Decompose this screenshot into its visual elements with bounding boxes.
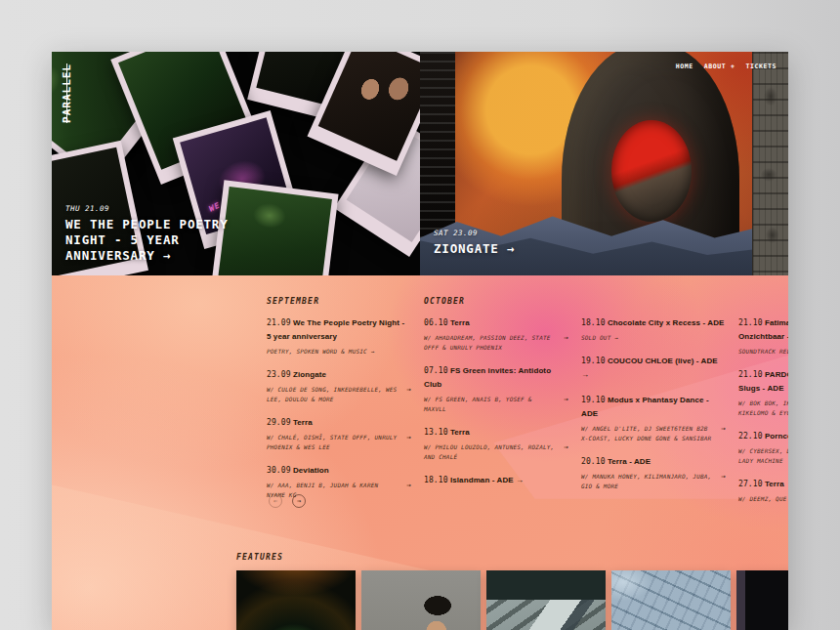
- hero-event-title: WE THE PEOPLE POETRYNIGHT - 5 YEARANNIVE…: [65, 217, 229, 264]
- events-column: 18.10 Chocolate City x Recess - ADESOLD …: [581, 297, 726, 516]
- features-heading: FEATURES: [236, 553, 283, 562]
- event-item[interactable]: 18.10 Chocolate City x Recess - ADESOLD …: [581, 316, 726, 343]
- nav-item-home[interactable]: HOME: [676, 63, 693, 70]
- event-lineup-text: W/ AHADADREAM, PASSION DEEZ, STATEOFFF &…: [424, 334, 551, 351]
- event-name: Terra: [765, 480, 784, 488]
- hood-face-glow: [611, 120, 692, 222]
- event-lineup: W/ DEEMZ, QUE: [738, 494, 788, 504]
- events-column: SEPTEMBER21.09 We The People Poetry Nigh…: [267, 297, 411, 516]
- nav-item-tickets[interactable]: TICKETS: [745, 63, 777, 70]
- event-lineup-text: W/ ANGEL D'LITE, DJ SWEET6TEEN B2BX-COAS…: [581, 425, 711, 441]
- event-lineup-text: POETRY, SPOKEN WORD & MUSIC →: [267, 348, 375, 355]
- event-date: 07.10: [424, 366, 448, 375]
- event-item[interactable]: 22.10 PornceW/ CYBERSEX, DLADY MACHINE: [738, 430, 788, 466]
- arrow-icon: →: [721, 472, 726, 482]
- event-name: Terra: [293, 418, 313, 427]
- feature-dark-portrait[interactable]: [736, 570, 788, 630]
- event-item[interactable]: 18.10 Islandman - ADE →: [424, 474, 568, 487]
- event-title: 18.10 Chocolate City x Recess - ADE: [581, 316, 726, 330]
- events-pagination: ← →: [269, 494, 306, 508]
- event-item[interactable]: 21.10 PARDOSlugs - ADEW/ BOK BOK, IKKIKE…: [738, 368, 788, 418]
- event-item[interactable]: 13.10 TerraW/ PHILOU LOUZOLO, ANTUNES, R…: [424, 426, 568, 462]
- event-lineup: W/ CYBERSEX, DLADY MACHINE: [738, 446, 788, 466]
- event-item[interactable]: 19.10 Modus x Phantasy Dance -ADEW/ ANGE…: [581, 394, 726, 443]
- event-lineup: SOUNDTRACK REL: [738, 347, 788, 357]
- event-item[interactable]: 07.10 FS Green invites: AntidotoClubW/ F…: [424, 364, 568, 414]
- event-title: 27.10 Terra: [738, 478, 788, 491]
- arrow-icon: →: [564, 442, 568, 452]
- event-name: Terra: [450, 428, 470, 437]
- hero-slide-ziongate[interactable]: SAT 23.09 ZIONGATE →: [420, 52, 788, 275]
- event-title: 29.09 Terra: [267, 416, 411, 430]
- event-lineup: W/ MANUKA HONEY, KILIMANJARO, JUBA,GIO &…: [581, 472, 726, 491]
- event-item[interactable]: 27.10 TerraW/ DEEMZ, QUE: [738, 478, 788, 504]
- event-title: 06.10 Terra: [424, 316, 568, 330]
- feature-duo-portrait[interactable]: [361, 570, 481, 630]
- event-date: 21.10: [738, 370, 763, 379]
- event-date: 06.10: [424, 318, 448, 327]
- feature-blue-tiles-photo[interactable]: [611, 570, 731, 630]
- feature-cosmic-artwork[interactable]: [236, 570, 356, 630]
- event-date: 23.09: [267, 370, 291, 379]
- arrow-icon: →: [564, 395, 568, 404]
- event-title: 07.10 FS Green invites: AntidotoClub: [424, 364, 568, 392]
- feature-staircase-photo[interactable]: [486, 570, 606, 630]
- month-heading: [581, 297, 726, 307]
- event-item[interactable]: 23.09 ZiongateW/ CULOE DE SONG, INKEDREB…: [267, 368, 411, 404]
- features-row: [236, 570, 788, 630]
- event-date: 18.10: [581, 318, 606, 327]
- event-date: 21.09: [267, 318, 291, 327]
- hero-event-title: ZIONGATE →: [434, 241, 515, 257]
- events-section: SEPTEMBER21.09 We The People Poetry Nigh…: [52, 275, 788, 630]
- event-title: 22.10 Pornce: [738, 430, 788, 443]
- hero-caption: THU 21.09 WE THE PEOPLE POETRYNIGHT - 5 …: [65, 204, 229, 264]
- event-item[interactable]: 21.10 FatimaOnzichtbaar -SOUNDTRACK REL: [738, 316, 788, 357]
- hero-slide-poetry-night[interactable]: WE THE THU 21.09 WE THE PEOPLE POETRYNIG…: [52, 52, 420, 275]
- hero-caption: SAT 23.09 ZIONGATE →: [434, 229, 515, 257]
- events-column: OCTOBER06.10 TerraW/ AHADADREAM, PASSION…: [424, 297, 568, 516]
- event-title: 21.10 PARDOSlugs - ADE: [738, 368, 788, 396]
- event-lineup-text: W/ MANUKA HONEY, KILIMANJARO, JUBA,GIO &…: [581, 473, 711, 489]
- event-lineup-text: W/ FS GREEN, ANAIS B, YOSEF &MAXVLL: [424, 396, 532, 412]
- prev-events-button[interactable]: ←: [269, 494, 282, 508]
- event-lineup: POETRY, SPOKEN WORD & MUSIC →: [267, 347, 411, 357]
- event-date: 18.10: [424, 476, 448, 484]
- event-title: 30.09 Deviation: [267, 464, 411, 478]
- event-name: Ziongate: [293, 370, 326, 379]
- event-item[interactable]: 29.09 TerraW/ CHALÉ, OISHĪ, STATE OFFF, …: [267, 416, 411, 452]
- arrow-icon: →: [406, 481, 411, 490]
- event-lineup-text: W/ PHILOU LOUZOLO, ANTUNES, ROZALY,AND C…: [424, 443, 554, 460]
- month-heading: SEPTEMBER: [267, 297, 411, 307]
- event-lineup-text: W/ CYBERSEX, DLADY MACHINE: [738, 447, 788, 464]
- arrow-icon: →: [163, 248, 171, 263]
- event-item[interactable]: 20.10 Terra - ADEW/ MANUKA HONEY, KILIMA…: [581, 455, 726, 491]
- arrow-icon: →: [564, 333, 568, 343]
- desktop-background: WE THE THU 21.09 WE THE PEOPLE POETRYNIG…: [0, 0, 840, 630]
- event-name: Terra: [450, 318, 470, 327]
- event-lineup: W/ FS GREEN, ANAIS B, YOSEF &MAXVLL→: [424, 395, 568, 414]
- event-date: 21.10: [738, 318, 763, 327]
- event-item[interactable]: 21.09 We The People Poetry Night -5 year…: [267, 316, 411, 357]
- event-date: 19.10: [581, 396, 606, 404]
- event-date: 27.10: [738, 480, 763, 488]
- event-title: 13.10 Terra: [424, 426, 568, 440]
- event-lineup: SOLD OUT →: [581, 333, 726, 343]
- event-name: Terra - ADE: [608, 457, 651, 466]
- event-item[interactable]: 06.10 TerraW/ AHADADREAM, PASSION DEEZ, …: [424, 316, 568, 353]
- event-date: 22.10: [738, 432, 763, 441]
- arrow-icon: →: [406, 385, 411, 395]
- event-lineup-text: SOLD OUT →: [581, 334, 618, 341]
- event-lineup-text: W/ CULOE DE SONG, INKEDREBELLE, WESLEE, …: [267, 386, 397, 402]
- hero-section: WE THE THU 21.09 WE THE PEOPLE POETRYNIG…: [52, 52, 788, 275]
- event-lineup-text: W/ CHALÉ, OISHĪ, STATE OFFF, UNRULYPHOEN…: [267, 434, 397, 450]
- nav-item-about[interactable]: ABOUT +: [704, 63, 735, 70]
- event-name: Islandman - ADE →: [450, 476, 524, 484]
- event-date: 29.09: [267, 418, 291, 427]
- site-logo[interactable]: PARALLEL: [61, 63, 73, 123]
- events-grid: SEPTEMBER21.09 We The People Poetry Nigh…: [267, 297, 788, 516]
- event-lineup: W/ BOK BOK, IKKIKELOMO & EYC: [738, 399, 788, 418]
- event-item[interactable]: 19.10 COUCOU CHLOE (live) - ADE →: [581, 355, 726, 382]
- event-lineup: W/ CHALÉ, OISHĪ, STATE OFFF, UNRULYPHOEN…: [267, 433, 411, 452]
- event-title: 20.10 Terra - ADE: [581, 455, 726, 469]
- next-events-button[interactable]: →: [292, 494, 306, 508]
